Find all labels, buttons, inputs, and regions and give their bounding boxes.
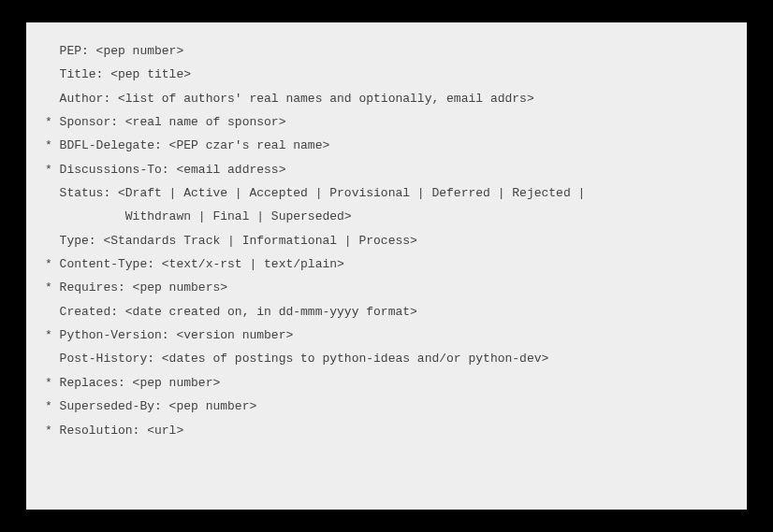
code-line: * Resolution: <url> — [45, 419, 728, 442]
code-line: * Superseded-By: <pep number> — [45, 395, 728, 418]
code-line: * Discussions-To: <email address> — [45, 158, 728, 181]
code-line: Post-History: <dates of postings to pyth… — [45, 347, 728, 370]
code-line: * Python-Version: <version number> — [45, 324, 728, 347]
code-line: PEP: <pep number> — [45, 39, 728, 63]
code-line: * Replaces: <pep number> — [45, 371, 728, 395]
code-line: Title: <pep title> — [45, 63, 728, 86]
code-line: * BDFL-Delegate: <PEP czar's real name> — [45, 134, 728, 157]
code-line: Author: <list of authors' real names and… — [45, 87, 728, 110]
code-line: Withdrawn | Final | Superseded> — [45, 205, 728, 228]
code-line: * Content-Type: <text/x-rst | text/plain… — [45, 252, 728, 276]
code-line: Status: <Draft | Active | Accepted | Pro… — [45, 181, 728, 205]
code-line: * Sponsor: <real name of sponsor> — [45, 110, 728, 134]
code-line: Created: <date created on, in dd-mmm-yyy… — [45, 300, 728, 324]
code-line: * Requires: <pep numbers> — [45, 276, 728, 299]
code-line: Type: <Standards Track | Informational |… — [45, 229, 728, 252]
code-block: PEP: <pep number> Title: <pep title> Aut… — [26, 22, 747, 510]
